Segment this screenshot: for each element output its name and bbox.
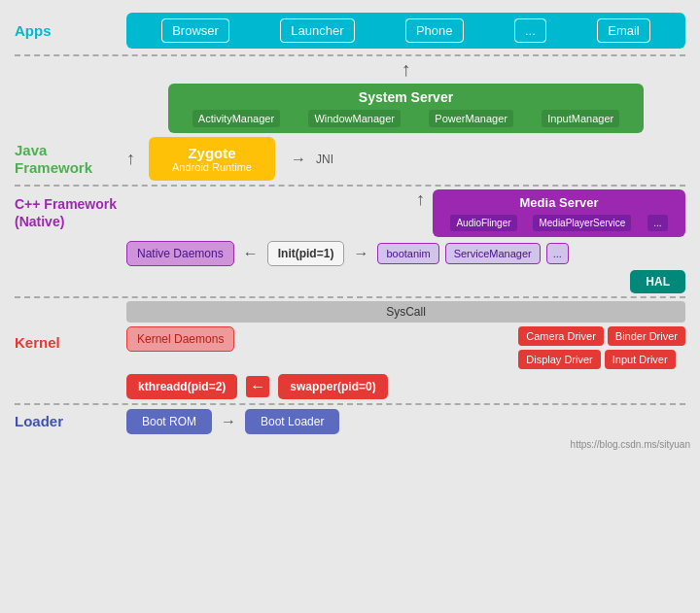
hal-box: HAL: [630, 270, 685, 293]
media-server-area: ↑ Media Server AudioFlinger MediaPlayerS…: [126, 189, 685, 237]
app-ellipsis: ...: [514, 18, 546, 43]
app-email: Email: [597, 18, 650, 43]
arrow-br-bl: →: [221, 413, 236, 430]
arrow-nd-init: ←: [243, 245, 259, 262]
binder-driver: Binder Driver: [608, 326, 685, 346]
syscall-row: SysCall: [15, 301, 685, 323]
ss-title: System Server: [178, 89, 634, 105]
system-server: System Server ActivityManager WindowMana…: [168, 84, 644, 133]
jni-section: → JNI: [291, 151, 333, 168]
zygote-box: Zygote Android Runtime: [149, 137, 275, 181]
cpp-media-row: C++ Framework(Native) ↑ Media Server Aud…: [15, 189, 685, 293]
ss-activity: ActivityManager: [192, 110, 280, 127]
kernel-row: Kernel Kernel Daemons Camera Driver Bind…: [15, 326, 685, 399]
app-launcher: Launcher: [280, 18, 354, 43]
swapper-box: swapper(pid=0): [278, 374, 387, 399]
ms-mediaplayer: MediaPlayerService: [533, 215, 631, 231]
boot-loader: Boot Loader: [245, 409, 339, 434]
arrow-apps-ss: ↑: [126, 58, 685, 81]
cpp-label: C++ Framework(Native): [15, 189, 126, 230]
syscall-content: SysCall: [126, 301, 685, 323]
kernel-bottom: kthreadd(pid=2) ← swapper(pid=0): [126, 374, 685, 399]
kernel-daemons: Kernel Daemons: [126, 326, 234, 352]
app-phone: Phone: [405, 18, 464, 43]
diagram: Apps Browser Launcher Phone ... Email ↑ …: [0, 0, 700, 458]
loader-items: Boot ROM → Boot Loader: [126, 409, 685, 434]
apps-content: Browser Launcher Phone ... Email: [126, 13, 685, 49]
arrow-init-boot: →: [353, 245, 368, 262]
loader-label: Loader: [15, 413, 126, 430]
zygote-title: Zygote: [168, 145, 256, 161]
camera-driver: Camera Driver: [518, 326, 604, 346]
init-box: Init(pid=1): [267, 241, 345, 266]
display-driver: Display Driver: [518, 350, 600, 369]
native-daemons: Native Daemons: [126, 241, 234, 266]
kthreadd-box: kthreadd(pid=2): [126, 374, 237, 399]
up-arrow-media: ↑: [416, 189, 425, 237]
kernel-drivers-bottom: Display Driver Input Driver: [518, 350, 685, 369]
ss-items: ActivityManager WindowManager PowerManag…: [178, 110, 634, 127]
apps-label: Apps: [15, 22, 126, 40]
cpp-ellipsis: ...: [546, 243, 569, 264]
ms-title: Media Server: [442, 195, 676, 210]
input-driver: Input Driver: [605, 350, 676, 369]
media-server: Media Server AudioFlinger MediaPlayerSer…: [433, 189, 685, 237]
apps-row: Apps Browser Launcher Phone ... Email: [15, 13, 685, 49]
ss-window: WindowManager: [308, 110, 401, 127]
ms-items: AudioFlinger MediaPlayerService ...: [442, 215, 676, 231]
java-ss-row: System Server ActivityManager WindowMana…: [15, 84, 685, 133]
zygote-content: ↑ Zygote Android Runtime → JNI: [126, 137, 685, 181]
watermark: https://blog.csdn.ms/sityuan: [571, 439, 690, 450]
kernel-drivers-top: Camera Driver Binder Driver: [518, 326, 685, 346]
java-label-2: Java Framework: [15, 142, 126, 177]
ms-ellipsis: ...: [648, 215, 667, 231]
ms-audioflinger: AudioFlinger: [450, 215, 516, 231]
ss-content: System Server ActivityManager WindowMana…: [126, 84, 685, 133]
ss-input: InputManager: [542, 110, 619, 127]
kernel-right-col: Camera Driver Binder Driver Display Driv…: [518, 326, 685, 369]
kernel-top: Kernel Daemons Camera Driver Binder Driv…: [126, 326, 685, 369]
boot-rom: Boot ROM: [126, 409, 212, 434]
ss-power: PowerManager: [429, 110, 513, 127]
java-zygote-row: Java Framework ↑ Zygote Android Runtime …: [15, 137, 685, 181]
kernel-label: Kernel: [15, 326, 126, 352]
kernel-content: Kernel Daemons Camera Driver Binder Driv…: [126, 326, 685, 399]
cpp-content: ↑ Media Server AudioFlinger MediaPlayerS…: [126, 189, 685, 293]
jni-label: JNI: [316, 153, 333, 166]
loader-row: Loader Boot ROM → Boot Loader: [15, 409, 685, 434]
up-arrow-ss: ↑: [126, 149, 135, 169]
apps-bar: Browser Launcher Phone ... Email: [126, 13, 685, 49]
service-manager-box: ServiceManager: [445, 243, 541, 264]
zygote-row: ↑ Zygote Android Runtime → JNI: [126, 137, 685, 181]
init-row: Native Daemons ← Init(pid=1) → bootanim …: [126, 241, 685, 266]
arrow-kt-sw: ←: [246, 376, 269, 397]
bootanim-box: bootanim: [377, 243, 438, 264]
separator-4: [15, 403, 685, 405]
app-browser: Browser: [161, 18, 229, 43]
loader-content: Boot ROM → Boot Loader: [126, 409, 685, 434]
separator-3: [15, 296, 685, 298]
hal-row: HAL: [126, 270, 685, 293]
kernel-left-col: Kernel Daemons: [126, 326, 234, 352]
syscall-bar: SysCall: [126, 301, 685, 323]
separator-1: [15, 54, 685, 56]
zygote-subtitle: Android Runtime: [168, 161, 256, 173]
separator-2: [15, 185, 685, 187]
